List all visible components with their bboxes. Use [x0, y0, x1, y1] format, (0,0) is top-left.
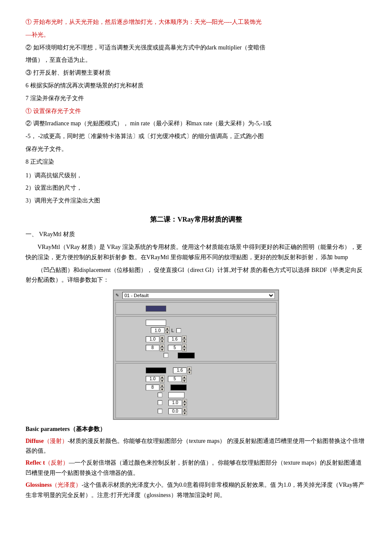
basic-params-title: Basic parameters（基本参数） [26, 424, 366, 434]
line-1b: —补光。 [26, 30, 366, 40]
shininess-input[interactable] [146, 336, 159, 342]
para2: （凹凸贴图）和displacement（位移贴图）， 促使直接GI（direct… [26, 265, 366, 286]
exit-color-box[interactable] [178, 353, 195, 358]
fog-bias-input[interactable] [168, 408, 182, 414]
diffuse-color-box[interactable] [146, 306, 166, 312]
diffuse-group [115, 302, 277, 315]
para1: VRayMtl（VRay 材质）是 VRay 渲染系统的专用材质。使用这个材质能… [26, 242, 366, 263]
line-2: ② 如环境明暗灯光不理想，可适当调整天光强度或提高暴光方式中的dark mult… [26, 43, 366, 53]
line-1: ① 开始布光时，从天光开始，然后逐步增加灯光，大体顺序为：天光---阳光----… [26, 17, 366, 27]
line-6d: 保存光子文件。 [26, 144, 366, 154]
vray-material-panel: ✎ 01 - Default [113, 289, 279, 420]
refract-max-depth-spin[interactable]: ▲▼ [182, 375, 187, 383]
line-6a: ① 设置保存光子文件 [26, 106, 366, 116]
refract-subdivs-spin[interactable]: ▲▼ [160, 384, 164, 391]
refract-interp-checkbox[interactable] [158, 393, 162, 397]
line-3: ③ 打开反射、折射调整主要材质 [26, 68, 366, 78]
line-6b: ② 调整Irradiance map（光贴图模式）， min rate（最小采样… [26, 119, 366, 129]
refract-max-depth-input[interactable] [168, 376, 182, 382]
fresnel-rate-spin[interactable]: ▲▼ [182, 335, 187, 343]
fog-color-box[interactable] [168, 392, 184, 398]
gloss-input[interactable] [151, 327, 164, 333]
sub1: 一、 VRayMtl 材质 [26, 229, 366, 240]
interp-checkbox[interactable] [164, 353, 168, 358]
affect-shadow-row: ▲▼ [118, 399, 274, 407]
refract-main-row: ▲▼ [118, 367, 274, 374]
max-depth-spin[interactable]: ▲▼ [182, 344, 187, 352]
line-10: 3）调用光子文件渲染出大图 [26, 196, 366, 206]
vray-titlebar: ✎ 01 - Default [114, 290, 278, 301]
params-section: Basic parameters（基本参数） Diffuse（漫射）-材质的漫反… [26, 424, 366, 500]
line-7: 8 正式渲染 [26, 157, 366, 167]
interp-row [118, 353, 274, 358]
refract-exit-color-box[interactable] [170, 384, 187, 390]
fog-mult-input[interactable] [168, 400, 182, 406]
refract-subdivs-row: ▲▼ [118, 384, 274, 391]
refract-gloss-spin[interactable]: ▲▼ [160, 375, 164, 383]
line-9: 2）设置出图的尺寸， [26, 183, 366, 193]
reflect-param: Reflec t（反射）—一个反射倍增器（通过颜色来控制反射，折射的值）。你能够… [26, 458, 366, 478]
refract-ior-spin[interactable]: ▲▼ [187, 367, 192, 374]
refract-subdivs-input[interactable] [146, 384, 159, 390]
reflect-row [118, 320, 274, 326]
document-body: ① 开始布光时，从天光开始，然后逐步增加灯光，大体顺序为：天光---阳光----… [26, 17, 366, 500]
fresnel-checkbox[interactable] [176, 328, 181, 333]
line-6c: -5， -2或更高，同时把〔准蒙特卡洛算法〕或〔灯光缓冲模式〕的细分值调高，正式… [26, 131, 366, 142]
shininess-spin[interactable]: ▲▼ [160, 335, 164, 343]
diffuse-param: Diffuse（漫射）-材质的漫反射颜色。你能够在纹理贴图部分（texture … [26, 436, 366, 457]
line-5: 7 渲染并保存光子文件 [26, 93, 366, 104]
fresnel-checkbox-label: L [171, 327, 174, 335]
refract-ior-input[interactable] [173, 367, 187, 373]
vray-panel-wrap: ✎ 01 - Default [26, 289, 366, 420]
panel-icon: ✎ [115, 292, 119, 299]
gloss-row: ▲▼ L [118, 327, 274, 335]
refract-gloss-row: ▲▼ ▲▼ [118, 375, 274, 383]
fog-mult-spin[interactable]: ▲▼ [182, 399, 187, 407]
fog-bias-spin[interactable]: ▲▼ [182, 408, 187, 415]
reflect-color-box[interactable] [146, 320, 166, 326]
affect-alpha-row: ▲▼ [118, 408, 274, 415]
line-2b: 增值），至直合适为止。 [26, 55, 366, 65]
gloss-param: Glossiness（光泽度）-这个值表示材质的光泽度大小。值为0.0意着得到非… [26, 480, 366, 500]
subdivs-spin[interactable]: ▲▼ [160, 344, 164, 352]
refract-gloss-input[interactable] [146, 376, 159, 382]
subdivs-row: ▲▼ ▲▼ [118, 344, 274, 352]
refract-color-box[interactable] [146, 367, 166, 373]
reflect-group: ▲▼ L ▲▼ ▲▼ ▲▼ [115, 316, 277, 361]
line-8: 1）调高抗锯尺级别， [26, 171, 366, 181]
refract-interp-row [118, 392, 274, 398]
line-4: 6 根据实际的情况再次调整场景的灯光和材质 [26, 81, 366, 91]
affect-alpha-checkbox[interactable] [158, 409, 162, 413]
refract-group: ▲▼ ▲▼ ▲▼ ▲▼ [115, 363, 277, 418]
gloss-spin[interactable]: ▲▼ [165, 327, 170, 334]
material-dropdown[interactable]: 01 - Default [122, 292, 275, 299]
affect-shadow-checkbox[interactable] [158, 400, 162, 405]
fresnel-rate-input[interactable] [168, 336, 182, 342]
section2-title: 第二课：VRay常用材质的调整 [26, 214, 366, 225]
subdivs-input[interactable] [146, 345, 159, 351]
diffuse-row [118, 306, 274, 312]
max-depth-input[interactable] [168, 345, 182, 351]
shininess-row: ▲▼ ▲▼ [118, 335, 274, 343]
